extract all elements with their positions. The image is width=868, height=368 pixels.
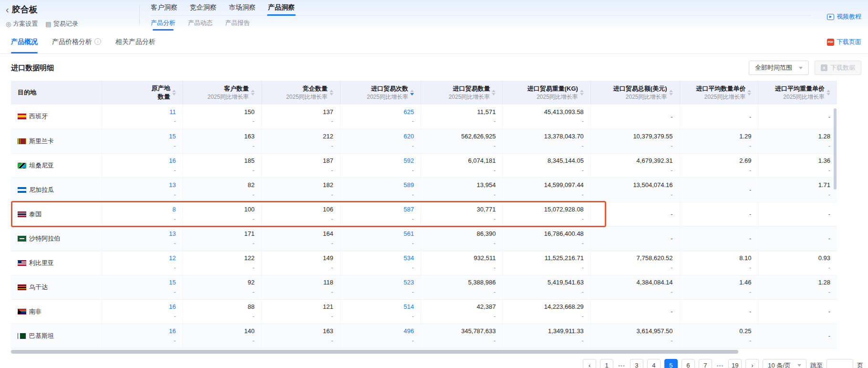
value-link[interactable]: 16 [169, 302, 176, 312]
ellipsis: ••• [617, 363, 626, 368]
page-button-7[interactable]: 7 [699, 359, 712, 368]
sort-icons[interactable] [669, 90, 673, 95]
flag-icon-nicaragua [18, 187, 26, 193]
data-cell: 14,599,097.44- [503, 178, 590, 202]
horizontal-scrollbar[interactable] [11, 350, 738, 354]
value: 13,378,043.70 [544, 132, 584, 141]
column-header-进口贸易数量[interactable]: 进口贸易数量2025同比增长率 [421, 81, 502, 105]
target-icon: ◎ [6, 21, 11, 28]
table-row-西班牙: 西班牙11-150-137-625-11,571-45,413,093.58--… [11, 105, 837, 129]
sort-icons[interactable] [410, 90, 414, 95]
growth-value: - [494, 141, 496, 151]
value: 212 [323, 132, 333, 141]
growth-value: - [671, 263, 672, 273]
sub-tab-产品动态[interactable]: 产品动态 [188, 17, 213, 30]
sort-icons[interactable] [330, 90, 333, 95]
download-page-link[interactable]: PDF 下载页面 [827, 38, 861, 46]
column-header-进口贸易总额(美元)[interactable]: 进口贸易总额(美元)2025同比增长率 [590, 81, 680, 105]
value-link[interactable]: 523 [403, 278, 414, 287]
value-link[interactable]: 15 [169, 278, 176, 287]
page-size-select[interactable]: 10 条/页 [763, 359, 806, 368]
sub-tab-产品分析[interactable]: 产品分析 [151, 17, 176, 30]
action-贸易记录[interactable]: ▤贸易记录 [45, 20, 78, 28]
data-cell: 16- [102, 324, 183, 348]
next-page-button[interactable]: › [745, 359, 759, 368]
value-link[interactable]: 13 [169, 180, 176, 190]
column-header-进口贸易次数[interactable]: 进口贸易次数2025同比增长率 [340, 81, 421, 105]
value-link[interactable]: 16 [169, 156, 176, 166]
value: 106 [323, 205, 333, 214]
value-link[interactable]: 15 [169, 132, 176, 141]
header-title: 进口平均重量单价 [775, 84, 825, 93]
destination-cell: 泰国 [11, 202, 102, 226]
time-range-select[interactable]: 全部时间范围 [749, 61, 809, 75]
growth-value: - [582, 166, 584, 175]
prev-page-button[interactable]: ‹ [583, 359, 596, 368]
growth-value: - [671, 166, 672, 175]
column-header-进口平均重量单价[interactable]: 进口平均重量单价2025同比增长率 [758, 81, 837, 105]
value-link[interactable]: 496 [403, 326, 414, 336]
value-link[interactable]: 514 [403, 302, 414, 312]
value: 42,387 [477, 302, 496, 312]
destination-cell: 南非 [11, 299, 102, 324]
column-header-客户数量[interactable]: 客户数量2025同比增长率 [183, 81, 261, 105]
sort-icons[interactable] [251, 90, 255, 95]
content-tab-label: 产品概况 [11, 31, 38, 53]
value-link[interactable]: 587 [403, 205, 414, 214]
page-button-5[interactable]: 5 [664, 359, 678, 368]
content-tab-产品概况[interactable]: 产品概况 [11, 30, 38, 53]
time-range-value: 全部时间范围 [755, 63, 792, 72]
content-tab-相关产品分析[interactable]: 相关产品分析 [115, 30, 155, 53]
column-header-进口贸易重量(KG)[interactable]: 进口贸易重量(KG)2025同比增长率 [503, 81, 590, 105]
page-button-19[interactable]: 19 [728, 359, 742, 368]
data-cell: 13,954- [421, 178, 502, 202]
data-cell: 13,378,043.70- [503, 129, 590, 153]
video-tutorial-link[interactable]: ▶ 视频教程 [827, 12, 861, 21]
download-data-button[interactable]: X 下载数据 [815, 61, 861, 75]
value-link[interactable]: 534 [403, 253, 414, 263]
page-button-6[interactable]: 6 [682, 359, 695, 368]
sort-icons[interactable] [747, 90, 751, 95]
main-tab-竞企洞察[interactable]: 竞企洞察 [190, 0, 217, 16]
value-link[interactable]: 625 [403, 107, 414, 117]
top-bar: ‹ 胶合板 ◎方案设置▤贸易记录 客户洞察竞企洞察市场洞察产品洞察 产品分析产品… [0, 0, 868, 30]
main-tab-市场洞察[interactable]: 市场洞察 [229, 0, 256, 16]
sub-tab-产品报告[interactable]: 产品报告 [225, 17, 250, 30]
country-name: 泰国 [29, 210, 41, 219]
main-tab-客户洞察[interactable]: 客户洞察 [151, 0, 177, 16]
sort-icons[interactable] [827, 90, 830, 95]
flag-icon-srilanka [18, 138, 26, 144]
growth-value: - [671, 141, 672, 151]
value-link[interactable]: 8 [173, 205, 176, 214]
value-link[interactable]: 11 [169, 107, 176, 117]
value-link[interactable]: 13 [169, 229, 176, 239]
page-button-1[interactable]: 1 [600, 359, 613, 368]
empty-value: - [749, 307, 751, 316]
sort-icons[interactable] [172, 90, 176, 95]
value-link[interactable]: 592 [403, 156, 414, 166]
vertical-scrollbar[interactable] [834, 108, 837, 189]
page-button-4[interactable]: 4 [647, 359, 661, 368]
value: 1.28 [818, 132, 830, 141]
value: 187 [323, 156, 333, 166]
value-link[interactable]: 16 [169, 326, 176, 336]
value-link[interactable]: 620 [403, 132, 414, 141]
country-name: 南非 [29, 307, 41, 316]
sort-icons[interactable] [492, 90, 496, 95]
jump-page-input[interactable] [827, 359, 853, 368]
action-方案设置[interactable]: ◎方案设置 [6, 20, 38, 28]
column-header-原产地数量[interactable]: 原产地数量 [102, 81, 183, 105]
growth-value: - [749, 287, 751, 297]
column-header-竞企数量[interactable]: 竞企数量2025同比增长率 [261, 81, 340, 105]
sort-icons[interactable] [580, 90, 584, 95]
value-link[interactable]: 12 [169, 253, 176, 263]
column-header-进口平均数量单价[interactable]: 进口平均数量单价2025同比增长率 [680, 81, 758, 105]
value-link[interactable]: 561 [403, 229, 414, 239]
header-growth-label: 2025同比增长率 [207, 93, 249, 101]
data-cell: - [758, 324, 837, 348]
page-button-3[interactable]: 3 [630, 359, 643, 368]
content-tab-产品价格分析[interactable]: 产品价格分析i [52, 30, 101, 53]
value-link[interactable]: 589 [403, 180, 414, 190]
back-icon[interactable]: ‹ [6, 5, 9, 14]
main-tab-产品洞察[interactable]: 产品洞察 [268, 0, 295, 16]
